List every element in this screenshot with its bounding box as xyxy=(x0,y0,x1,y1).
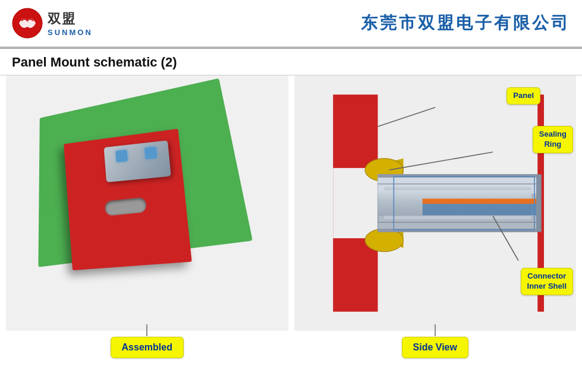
assembled-label: Assembled xyxy=(111,337,184,358)
assembled-image xyxy=(6,75,288,331)
left-panel: Assembled xyxy=(6,75,288,390)
header: 双盟 SUNMON 东莞市双盟电子有限公司 xyxy=(0,0,582,48)
assembly-scene xyxy=(6,75,288,331)
sideview-scene: Panel SealingRing ConnectorInner Shell xyxy=(294,75,577,331)
sunmon-logo-icon xyxy=(12,8,43,39)
sideview-image: Panel SealingRing ConnectorInner Shell xyxy=(294,75,577,331)
main-content: Assembled xyxy=(0,75,582,390)
sideview-label-area: Side View xyxy=(294,331,577,369)
logo-chinese-text: 双盟 xyxy=(48,10,93,28)
right-panel: Panel SealingRing ConnectorInner Shell S… xyxy=(294,75,577,390)
page-title: Panel Mount schematic (2) xyxy=(12,55,177,69)
connector-body xyxy=(104,140,171,182)
company-name: 东莞市双盟电子有限公司 xyxy=(361,12,570,34)
page-title-area: Panel Mount schematic (2) xyxy=(0,49,582,75)
logo-text-area: 双盟 SUNMON xyxy=(48,10,93,37)
logo-area: 双盟 SUNMON xyxy=(12,8,93,39)
svg-rect-12 xyxy=(422,204,537,215)
assembled-label-area: Assembled xyxy=(6,331,288,369)
svg-rect-18 xyxy=(536,175,542,232)
sideview-label: Side View xyxy=(402,337,468,358)
logo-english-text: SUNMON xyxy=(48,28,93,37)
sideview-svg xyxy=(294,75,577,331)
svg-rect-11 xyxy=(422,198,537,204)
